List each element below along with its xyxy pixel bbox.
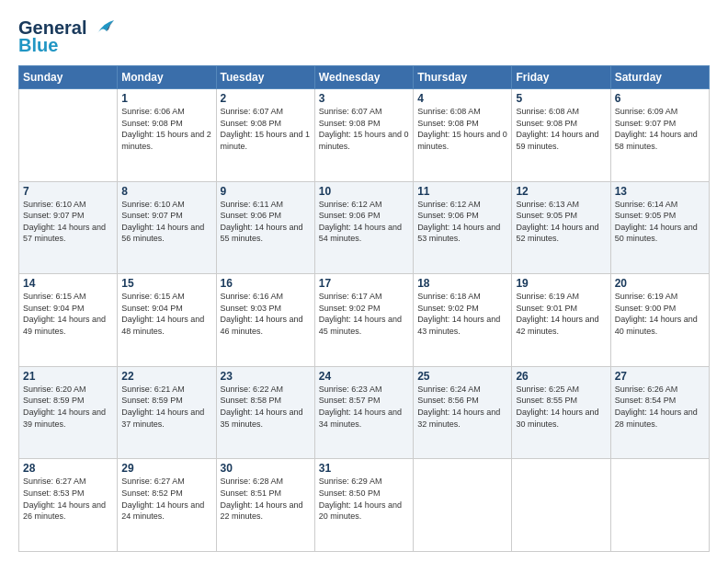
day-number: 25 bbox=[417, 370, 507, 383]
day-number: 11 bbox=[417, 185, 507, 198]
day-info: Sunrise: 6:27 AMSunset: 8:52 PMDaylight:… bbox=[121, 476, 211, 522]
day-info: Sunrise: 6:15 AMSunset: 9:04 PMDaylight:… bbox=[121, 291, 211, 337]
day-number: 26 bbox=[516, 370, 606, 383]
day-info: Sunrise: 6:14 AMSunset: 9:05 PMDaylight:… bbox=[615, 199, 705, 245]
calendar-cell: 9Sunrise: 6:11 AMSunset: 9:06 PMDaylight… bbox=[216, 181, 314, 274]
day-number: 13 bbox=[615, 185, 705, 198]
day-number: 1 bbox=[121, 92, 211, 105]
day-number: 15 bbox=[121, 277, 211, 290]
week-row-0: 1Sunrise: 6:06 AMSunset: 9:08 PMDaylight… bbox=[19, 89, 710, 182]
logo-bird-icon bbox=[88, 17, 116, 39]
calendar-cell: 19Sunrise: 6:19 AMSunset: 9:01 PMDayligh… bbox=[512, 274, 610, 367]
day-number: 20 bbox=[615, 277, 705, 290]
calendar-cell: 23Sunrise: 6:22 AMSunset: 8:58 PMDayligh… bbox=[216, 366, 314, 459]
day-info: Sunrise: 6:17 AMSunset: 9:02 PMDaylight:… bbox=[319, 291, 409, 337]
calendar-cell: 20Sunrise: 6:19 AMSunset: 9:00 PMDayligh… bbox=[610, 274, 709, 367]
page: General Blue SundayMondayTuesdayWednesda… bbox=[0, 0, 728, 563]
day-info: Sunrise: 6:25 AMSunset: 8:55 PMDaylight:… bbox=[516, 384, 606, 430]
weekday-header-wednesday: Wednesday bbox=[314, 66, 413, 89]
day-number: 30 bbox=[221, 462, 311, 475]
day-info: Sunrise: 6:21 AMSunset: 8:59 PMDaylight:… bbox=[121, 384, 211, 430]
calendar-cell: 13Sunrise: 6:14 AMSunset: 9:05 PMDayligh… bbox=[610, 181, 709, 274]
day-number: 17 bbox=[319, 277, 409, 290]
weekday-header-monday: Monday bbox=[118, 66, 216, 89]
weekday-header-tuesday: Tuesday bbox=[216, 66, 314, 89]
day-info: Sunrise: 6:12 AMSunset: 9:06 PMDaylight:… bbox=[319, 199, 409, 245]
day-number: 14 bbox=[23, 277, 113, 290]
calendar-cell: 25Sunrise: 6:24 AMSunset: 8:56 PMDayligh… bbox=[414, 366, 512, 459]
day-number: 3 bbox=[319, 92, 409, 105]
calendar-cell: 5Sunrise: 6:08 AMSunset: 9:08 PMDaylight… bbox=[512, 89, 610, 182]
week-row-1: 7Sunrise: 6:10 AMSunset: 9:07 PMDaylight… bbox=[19, 181, 710, 274]
weekday-header-row: SundayMondayTuesdayWednesdayThursdayFrid… bbox=[19, 66, 710, 89]
day-number: 7 bbox=[23, 185, 113, 198]
weekday-header-saturday: Saturday bbox=[610, 66, 709, 89]
week-row-2: 14Sunrise: 6:15 AMSunset: 9:04 PMDayligh… bbox=[19, 274, 710, 367]
calendar-cell: 22Sunrise: 6:21 AMSunset: 8:59 PMDayligh… bbox=[118, 366, 216, 459]
calendar-cell: 10Sunrise: 6:12 AMSunset: 9:06 PMDayligh… bbox=[314, 181, 413, 274]
calendar-cell: 3Sunrise: 6:07 AMSunset: 9:08 PMDaylight… bbox=[314, 89, 413, 182]
day-info: Sunrise: 6:20 AMSunset: 8:59 PMDaylight:… bbox=[23, 384, 113, 430]
calendar-cell: 24Sunrise: 6:23 AMSunset: 8:57 PMDayligh… bbox=[314, 366, 413, 459]
day-info: Sunrise: 6:28 AMSunset: 8:51 PMDaylight:… bbox=[221, 476, 311, 522]
day-info: Sunrise: 6:16 AMSunset: 9:03 PMDaylight:… bbox=[221, 291, 311, 337]
calendar-cell: 26Sunrise: 6:25 AMSunset: 8:55 PMDayligh… bbox=[512, 366, 610, 459]
calendar-cell: 18Sunrise: 6:18 AMSunset: 9:02 PMDayligh… bbox=[414, 274, 512, 367]
calendar-cell: 29Sunrise: 6:27 AMSunset: 8:52 PMDayligh… bbox=[118, 459, 216, 552]
calendar-cell: 4Sunrise: 6:08 AMSunset: 9:08 PMDaylight… bbox=[414, 89, 512, 182]
day-number: 8 bbox=[121, 185, 211, 198]
weekday-header-thursday: Thursday bbox=[414, 66, 512, 89]
day-info: Sunrise: 6:08 AMSunset: 9:08 PMDaylight:… bbox=[516, 106, 606, 152]
calendar-cell: 15Sunrise: 6:15 AMSunset: 9:04 PMDayligh… bbox=[118, 274, 216, 367]
day-info: Sunrise: 6:22 AMSunset: 8:58 PMDaylight:… bbox=[221, 384, 311, 430]
logo: General Blue bbox=[18, 17, 116, 56]
calendar-table: SundayMondayTuesdayWednesdayThursdayFrid… bbox=[18, 65, 710, 552]
calendar-cell: 27Sunrise: 6:26 AMSunset: 8:54 PMDayligh… bbox=[610, 366, 709, 459]
day-info: Sunrise: 6:06 AMSunset: 9:08 PMDaylight:… bbox=[121, 106, 211, 152]
calendar-cell: 1Sunrise: 6:06 AMSunset: 9:08 PMDaylight… bbox=[118, 89, 216, 182]
day-number: 21 bbox=[23, 370, 113, 383]
calendar-cell: 11Sunrise: 6:12 AMSunset: 9:06 PMDayligh… bbox=[414, 181, 512, 274]
day-number: 18 bbox=[417, 277, 507, 290]
day-number: 5 bbox=[516, 92, 606, 105]
day-info: Sunrise: 6:07 AMSunset: 9:08 PMDaylight:… bbox=[319, 106, 409, 152]
day-number: 4 bbox=[417, 92, 507, 105]
day-number: 24 bbox=[319, 370, 409, 383]
week-row-3: 21Sunrise: 6:20 AMSunset: 8:59 PMDayligh… bbox=[19, 366, 710, 459]
calendar-cell: 28Sunrise: 6:27 AMSunset: 8:53 PMDayligh… bbox=[19, 459, 118, 552]
calendar-cell: 7Sunrise: 6:10 AMSunset: 9:07 PMDaylight… bbox=[19, 181, 118, 274]
calendar-cell: 14Sunrise: 6:15 AMSunset: 9:04 PMDayligh… bbox=[19, 274, 118, 367]
calendar-cell: 2Sunrise: 6:07 AMSunset: 9:08 PMDaylight… bbox=[216, 89, 314, 182]
header: General Blue bbox=[18, 17, 710, 56]
day-info: Sunrise: 6:29 AMSunset: 8:50 PMDaylight:… bbox=[319, 476, 409, 522]
day-number: 23 bbox=[221, 370, 311, 383]
day-number: 12 bbox=[516, 185, 606, 198]
calendar-cell: 21Sunrise: 6:20 AMSunset: 8:59 PMDayligh… bbox=[19, 366, 118, 459]
day-info: Sunrise: 6:07 AMSunset: 9:08 PMDaylight:… bbox=[221, 106, 311, 152]
day-info: Sunrise: 6:12 AMSunset: 9:06 PMDaylight:… bbox=[417, 199, 507, 245]
day-number: 10 bbox=[319, 185, 409, 198]
day-info: Sunrise: 6:10 AMSunset: 9:07 PMDaylight:… bbox=[121, 199, 211, 245]
weekday-header-friday: Friday bbox=[512, 66, 610, 89]
day-info: Sunrise: 6:13 AMSunset: 9:05 PMDaylight:… bbox=[516, 199, 606, 245]
day-number: 19 bbox=[516, 277, 606, 290]
day-info: Sunrise: 6:24 AMSunset: 8:56 PMDaylight:… bbox=[417, 384, 507, 430]
day-info: Sunrise: 6:26 AMSunset: 8:54 PMDaylight:… bbox=[615, 384, 705, 430]
calendar-cell: 30Sunrise: 6:28 AMSunset: 8:51 PMDayligh… bbox=[216, 459, 314, 552]
day-info: Sunrise: 6:10 AMSunset: 9:07 PMDaylight:… bbox=[23, 199, 113, 245]
calendar-cell: 31Sunrise: 6:29 AMSunset: 8:50 PMDayligh… bbox=[314, 459, 413, 552]
calendar-cell bbox=[512, 459, 610, 552]
day-info: Sunrise: 6:19 AMSunset: 9:00 PMDaylight:… bbox=[615, 291, 705, 337]
day-info: Sunrise: 6:15 AMSunset: 9:04 PMDaylight:… bbox=[23, 291, 113, 337]
calendar-cell bbox=[19, 89, 118, 182]
day-info: Sunrise: 6:11 AMSunset: 9:06 PMDaylight:… bbox=[221, 199, 311, 245]
day-number: 22 bbox=[121, 370, 211, 383]
day-info: Sunrise: 6:18 AMSunset: 9:02 PMDaylight:… bbox=[417, 291, 507, 337]
day-number: 27 bbox=[615, 370, 705, 383]
day-number: 31 bbox=[319, 462, 409, 475]
calendar-cell bbox=[414, 459, 512, 552]
calendar-cell: 6Sunrise: 6:09 AMSunset: 9:07 PMDaylight… bbox=[610, 89, 709, 182]
calendar-cell bbox=[610, 459, 709, 552]
day-info: Sunrise: 6:23 AMSunset: 8:57 PMDaylight:… bbox=[319, 384, 409, 430]
calendar-cell: 12Sunrise: 6:13 AMSunset: 9:05 PMDayligh… bbox=[512, 181, 610, 274]
